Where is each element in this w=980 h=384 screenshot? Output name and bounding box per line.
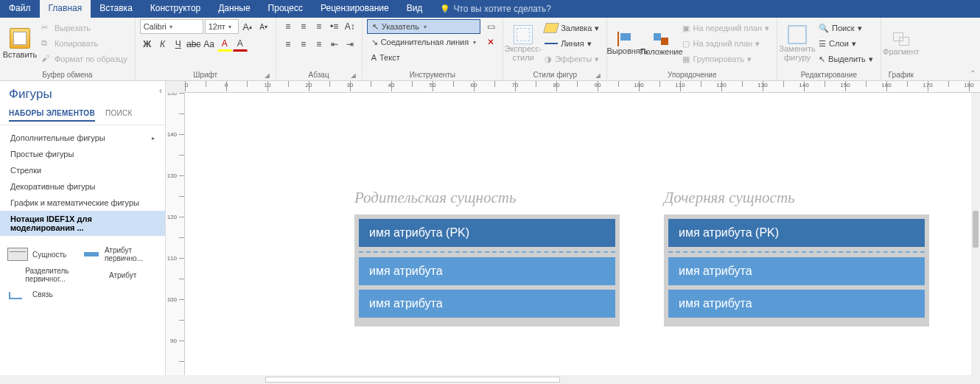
strike-button[interactable]: abc: [186, 37, 201, 52]
parent-pk-row[interactable]: имя атрибута (PK): [359, 219, 615, 247]
increase-indent-button[interactable]: ⇥: [343, 37, 357, 52]
quick-styles-button[interactable]: Экспресс-стили: [508, 19, 539, 68]
vertical-ruler[interactable]: 1501401301201101009080: [166, 93, 185, 375]
text-tool-button[interactable]: AТекст: [367, 50, 480, 65]
italic-button[interactable]: К: [155, 37, 170, 52]
shape-pk-attribute[interactable]: Атрибут первично...: [84, 246, 158, 262]
child-pk-row[interactable]: имя атрибута (PK): [668, 219, 925, 247]
tab-process[interactable]: Процесс: [259, 0, 312, 18]
parent-entity-box[interactable]: имя атрибута (PK) имя атрибута имя атриб…: [354, 214, 620, 327]
find-button[interactable]: 🔍Поиск▾: [816, 21, 876, 35]
align-left-button[interactable]: ≡: [281, 37, 295, 52]
cat-math[interactable]: График и математические фигуры: [0, 195, 165, 211]
shape-pk-separator[interactable]: Разделитель первичног...: [7, 267, 81, 283]
format-painter-button[interactable]: 🖌Формат по образцу: [38, 52, 130, 66]
shape-attribute[interactable]: Атрибут: [84, 267, 158, 283]
horizontal-ruler[interactable]: 1001020304050607080901001101201301401501…: [185, 81, 980, 93]
collapse-ribbon-button[interactable]: ⌃: [970, 69, 976, 77]
back-label: На задний план: [693, 39, 752, 48]
shapes-tab-search[interactable]: ПОИСК: [105, 109, 133, 122]
layers-button[interactable]: ☰Слои▾: [816, 36, 876, 51]
chevron-down-icon: ▾: [755, 39, 760, 49]
font-name-combo[interactable]: Calibri▾: [140, 19, 203, 34]
align-right-button[interactable]: ≡: [312, 37, 326, 52]
tell-me[interactable]: 💡 Что вы хотите сделать?: [431, 0, 560, 18]
parent-attr-row-2[interactable]: имя атрибута: [359, 290, 615, 318]
dialog-launcher-icon[interactable]: ◢: [595, 71, 601, 79]
change-case-button[interactable]: Aa: [202, 37, 217, 52]
highlight-button[interactable]: A: [217, 37, 232, 52]
bullets-button[interactable]: •≡: [327, 19, 342, 34]
effects-button[interactable]: ◑Эффекты▾: [542, 52, 602, 66]
shapes-tab-sets[interactable]: НАБОРЫ ЭЛЕМЕНТОВ: [9, 109, 95, 122]
tab-file[interactable]: Файл: [0, 0, 40, 18]
paste-button[interactable]: Вставить: [4, 19, 35, 68]
cut-button[interactable]: ✂Вырезать: [38, 21, 130, 35]
horizontal-scrollbar[interactable]: [0, 375, 980, 384]
paste-icon: [10, 28, 30, 49]
entity-item-label: Сущность: [32, 251, 66, 259]
copy-button[interactable]: ⧉Копировать: [38, 36, 130, 51]
chevron-down-icon: ▾: [765, 24, 769, 33]
cat-decorative[interactable]: Декоративные фигуры: [0, 178, 165, 195]
fill-button[interactable]: Заливка▾: [542, 21, 602, 35]
dialog-launcher-icon[interactable]: ◢: [265, 71, 270, 79]
font-size-combo[interactable]: 12пт▾: [205, 19, 239, 34]
decrease-indent-button[interactable]: ⇤: [327, 37, 342, 52]
chevron-down-icon: ▾: [169, 24, 172, 30]
fragment-button[interactable]: Фрагмент: [886, 19, 917, 68]
child-attr-row-2[interactable]: имя атрибута: [668, 290, 925, 318]
line-button[interactable]: Линия▾: [542, 36, 602, 51]
pointer-label: Указатель: [382, 22, 419, 31]
shapes-pane: ‹ Фигуры НАБОРЫ ЭЛЕМЕНТОВ ПОИСК Дополнит…: [0, 81, 166, 375]
drawing-canvas[interactable]: Родительская сущность Дочерняя сущность …: [185, 93, 971, 375]
vertical-scrollbar[interactable]: [971, 93, 980, 375]
select-button[interactable]: ↖Выделить▾: [816, 52, 876, 66]
collapse-pane-button[interactable]: ‹: [159, 85, 162, 96]
bucket-icon: [543, 23, 559, 33]
tab-design[interactable]: Конструктор: [141, 0, 209, 18]
align-center-button[interactable]: ≡: [296, 37, 311, 52]
delete-connector-button[interactable]: ✕: [483, 35, 498, 49]
underline-button[interactable]: Ч: [171, 37, 186, 52]
position-button[interactable]: Положение: [645, 19, 676, 68]
shape-entity[interactable]: Сущность: [7, 246, 81, 262]
connector-tool-button[interactable]: ↘Соединительная линия▾: [367, 35, 480, 49]
cat-simple[interactable]: Простые фигуры: [0, 146, 165, 162]
tab-data[interactable]: Данные: [209, 0, 259, 18]
fill-label: Заливка: [561, 24, 592, 32]
hscroll-thumb[interactable]: [265, 377, 560, 383]
editing-group-label: Редактирование: [782, 71, 876, 80]
cat-idef1x[interactable]: Нотация IDEF1X для моделирования ...: [0, 211, 165, 236]
align-middle-button[interactable]: ≡: [296, 19, 311, 34]
cat-more-shapes[interactable]: Дополнительные фигуры▸: [0, 130, 165, 146]
group-button[interactable]: ▦Группировать▾: [679, 52, 772, 66]
align-top-button[interactable]: ≡: [281, 19, 295, 34]
bold-button[interactable]: Ж: [140, 37, 155, 52]
tab-review[interactable]: Рецензирование: [312, 0, 398, 18]
paste-label: Вставить: [3, 50, 38, 59]
cat-arrows[interactable]: Стрелки: [0, 162, 165, 178]
grow-font-button[interactable]: A▴: [240, 19, 255, 34]
bring-front-button[interactable]: ▣На передний план▾: [679, 21, 772, 35]
chevron-down-icon: ▾: [595, 24, 599, 33]
align-bottom-button[interactable]: ≡: [312, 19, 326, 34]
shape-link[interactable]: Связь: [7, 287, 81, 301]
font-color-button[interactable]: A: [233, 37, 248, 52]
dialog-launcher-icon[interactable]: ◢: [351, 71, 356, 79]
child-attr-row-1[interactable]: имя атрибута: [668, 257, 925, 285]
text-direction-button[interactable]: A↕: [343, 19, 357, 34]
rectangle-tool-button[interactable]: ▭: [483, 19, 498, 34]
vscroll-thumb[interactable]: [973, 211, 979, 248]
pointer-tool-button[interactable]: ↖Указатель▾: [367, 19, 480, 34]
tab-insert[interactable]: Вставка: [91, 0, 141, 18]
align-button[interactable]: Выровнять: [612, 19, 643, 68]
tab-view[interactable]: Вид: [398, 0, 432, 18]
child-entity-box[interactable]: имя атрибута (PK) имя атрибута имя атриб…: [664, 214, 929, 327]
fragment-icon: [892, 31, 911, 47]
change-shape-button[interactable]: Заменить фигуру: [782, 19, 813, 68]
shrink-font-button[interactable]: A▾: [256, 19, 271, 34]
send-back-button[interactable]: ▢На задний план▾: [679, 36, 772, 51]
tab-home[interactable]: Главная: [40, 0, 91, 18]
parent-attr-row-1[interactable]: имя атрибута: [359, 257, 615, 285]
